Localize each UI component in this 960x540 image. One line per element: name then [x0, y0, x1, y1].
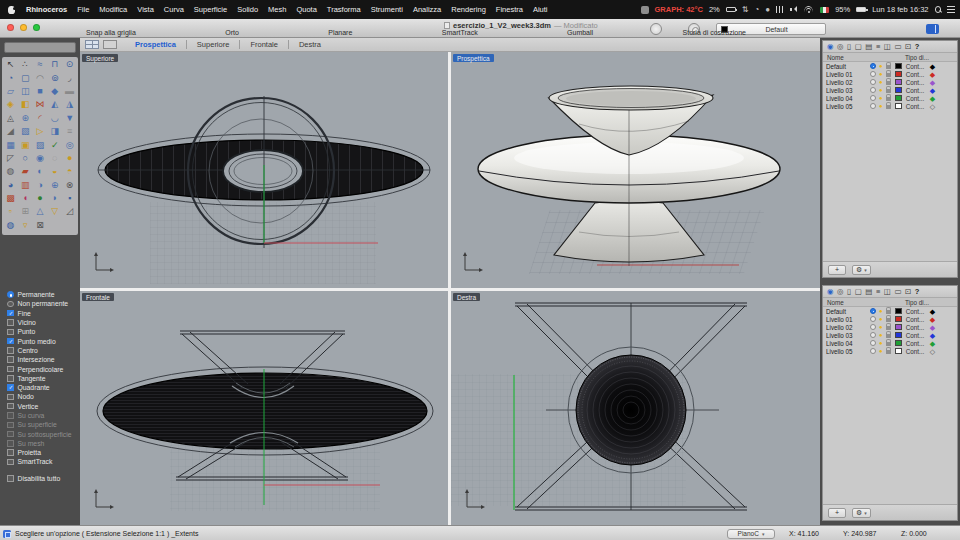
tool-icon-62[interactable]: ▿: [18, 219, 33, 232]
layer-row[interactable]: Livello 03●Cont...◆: [823, 331, 957, 339]
tool-icon-12[interactable]: ◫: [18, 85, 33, 98]
menu-item-mesh[interactable]: Mesh: [263, 5, 291, 14]
layers-stack-icon[interactable]: ▤: [865, 288, 872, 296]
minimize-window-button[interactable]: [20, 24, 27, 31]
checkbox-vertice[interactable]: [7, 403, 14, 410]
tool-icon-60[interactable]: ◿: [62, 205, 77, 218]
menu-item-superficie[interactable]: Superficie: [189, 5, 232, 14]
layer-color-swatch[interactable]: [895, 87, 902, 93]
tool-icon-58[interactable]: △: [33, 205, 48, 218]
osnap-item-perpendicolare[interactable]: Perpendicolare: [0, 364, 80, 373]
checkbox-nodo[interactable]: [7, 394, 14, 401]
osnap-item-quadrante[interactable]: Quadrante: [0, 383, 80, 392]
checkbox-quadrante[interactable]: [7, 384, 14, 391]
layer-color-swatch[interactable]: [895, 316, 902, 322]
checkbox-punto[interactable]: [7, 329, 14, 336]
osnap-item-intersezione[interactable]: Intersezione: [0, 355, 80, 364]
layer-color-swatch[interactable]: [895, 63, 902, 69]
layer-color-swatch[interactable]: [895, 79, 902, 85]
tool-icon-51[interactable]: ▩: [3, 192, 18, 205]
viewport-label-superiore[interactable]: Superiore: [82, 54, 118, 62]
menu-item-solido[interactable]: Solido: [232, 5, 263, 14]
tool-icon-56[interactable]: ▫: [3, 205, 18, 218]
perspective-view-canvas[interactable]: [451, 52, 820, 288]
tool-icon-24[interactable]: ◡: [47, 112, 62, 125]
tool-icon-25[interactable]: ▼: [62, 112, 77, 125]
layer-options-gear-button[interactable]: ⚙▾: [852, 265, 871, 275]
checkbox-tangente[interactable]: [7, 375, 14, 382]
toggle-smarttrack[interactable]: SmartTrack: [442, 29, 478, 36]
tool-icon-6[interactable]: ◔: [3, 71, 18, 84]
battery-outline-icon[interactable]: [726, 7, 736, 12]
gpu-temp[interactable]: GRAPH: 42°C: [655, 5, 703, 14]
volume-icon[interactable]: [790, 6, 798, 14]
osnap-item-centro[interactable]: Centro: [0, 346, 80, 355]
menu-item-rendering[interactable]: Rendering: [446, 5, 491, 14]
top-view-canvas[interactable]: [80, 52, 448, 288]
front-view-canvas[interactable]: [80, 291, 448, 525]
layer-material-icon[interactable]: ◆: [930, 340, 935, 347]
properties-eye-icon[interactable]: ◉: [827, 43, 834, 51]
box-icon[interactable]: ▢: [855, 43, 862, 51]
tool-icon-27[interactable]: ▧: [18, 125, 33, 138]
layer-current-radio[interactable]: [870, 63, 876, 69]
tool-icon-16[interactable]: ◈: [3, 98, 18, 111]
layer-row[interactable]: Livello 05●Cont...◇: [823, 102, 957, 110]
tool-icon-35[interactable]: ◎: [62, 138, 77, 151]
osnap-item-non-permanente[interactable]: Non permanente: [0, 299, 80, 308]
tab-destra[interactable]: Destra: [288, 40, 331, 49]
layer-row[interactable]: Livello 02●Cont...◆: [823, 78, 957, 86]
layer-visibility-bulb-icon[interactable]: ●: [879, 308, 883, 314]
radio-permanente[interactable]: [7, 291, 14, 298]
viewport-superiore[interactable]: Superiore: [80, 52, 448, 288]
tool-icon-61[interactable]: ◍: [3, 219, 18, 232]
layer-current-radio[interactable]: [870, 95, 876, 101]
layer-lock-icon[interactable]: [886, 334, 891, 338]
layer-current-radio[interactable]: [870, 308, 876, 314]
tool-icon-46[interactable]: ◕: [3, 179, 18, 192]
layer-visibility-bulb-icon[interactable]: ●: [879, 340, 883, 346]
tool-icon-1[interactable]: ↖: [3, 58, 18, 71]
command-search-input[interactable]: [4, 42, 76, 53]
layer-lock-icon[interactable]: [886, 318, 891, 322]
moon-icon[interactable]: ●: [765, 6, 770, 14]
notification-center-icon[interactable]: [947, 6, 955, 13]
tool-icon-45[interactable]: ◓: [62, 165, 77, 178]
osnap-item-vicino[interactable]: Vicino: [0, 318, 80, 327]
command-prompt-text[interactable]: Scegliere un'opzione ( Estensione Selezi…: [15, 530, 198, 537]
cpu-usage[interactable]: 2%: [709, 5, 720, 14]
cplane-dropdown[interactable]: PianoC ▾: [727, 529, 775, 539]
add-layer-button[interactable]: +: [828, 508, 846, 518]
menu-item-modifica[interactable]: Modifica: [94, 5, 132, 14]
layer-visibility-bulb-icon[interactable]: ●: [879, 324, 883, 330]
tool-icon-26[interactable]: ◢: [3, 125, 18, 138]
tool-icon-3[interactable]: ≈: [33, 58, 48, 71]
frame-icon[interactable]: ▭: [894, 43, 901, 51]
checkbox-su-curva[interactable]: [7, 412, 14, 419]
layer-lock-icon[interactable]: [886, 310, 891, 314]
layers-stack-icon[interactable]: ▤: [865, 43, 872, 51]
tool-icon-63[interactable]: ⊠: [33, 219, 48, 232]
tab-frontale[interactable]: Frontale: [239, 40, 288, 49]
tool-icon-47[interactable]: ▥: [18, 179, 33, 192]
tool-icon-20[interactable]: ◮: [62, 98, 77, 111]
spotlight-icon[interactable]: [935, 6, 942, 13]
tool-icon-17[interactable]: ◧: [18, 98, 33, 111]
layer-current-radio[interactable]: [870, 348, 876, 354]
layer-current-radio[interactable]: [870, 340, 876, 346]
tool-icon-43[interactable]: ◐: [33, 165, 48, 178]
box-icon[interactable]: ▢: [855, 288, 862, 296]
layer-current-radio[interactable]: [870, 103, 876, 109]
target-icon[interactable]: ◎: [837, 288, 844, 296]
toggle-snap-alla-griglia[interactable]: Snap alla griglia: [86, 29, 136, 36]
tool-icon-32[interactable]: ▣: [18, 138, 33, 151]
menu-item-trasforma[interactable]: Trasforma: [322, 5, 366, 14]
panels-icon[interactable]: ◫: [884, 288, 891, 296]
frame-icon[interactable]: ▭: [894, 288, 901, 296]
help-icon[interactable]: ?: [915, 288, 920, 296]
tool-icon-8[interactable]: ◠: [33, 71, 48, 84]
layer-lock-icon[interactable]: [886, 81, 891, 85]
tool-icon-42[interactable]: ▰: [18, 165, 33, 178]
maximize-window-button[interactable]: [33, 24, 40, 31]
layer-current-radio[interactable]: [870, 324, 876, 330]
